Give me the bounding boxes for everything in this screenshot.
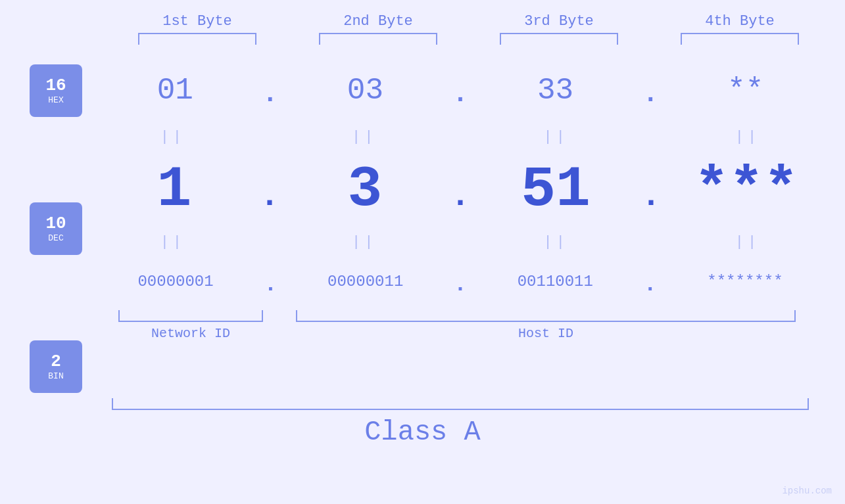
dec-badge-label: DEC: [48, 233, 63, 243]
bin-b3: 00110011: [489, 273, 621, 290]
dec-b3: 51: [490, 157, 621, 222]
eq2-b4: ||: [682, 234, 813, 250]
bin-b2: 00000011: [300, 273, 431, 290]
eq1-b2: ||: [299, 129, 430, 145]
watermark: ipshu.com: [782, 486, 832, 496]
eq2-b3: ||: [491, 234, 622, 250]
bin-badge-num: 2: [51, 352, 61, 371]
dec-dot3: .: [641, 177, 661, 215]
byte3-header: 3rd Byte: [487, 13, 631, 30]
hex-dot1: .: [262, 80, 278, 109]
eq1-b1: ||: [107, 129, 239, 145]
bracket-host-id: [296, 310, 796, 322]
main-container: 1st Byte 2nd Byte 3rd Byte 4th Byte 16 H…: [0, 0, 845, 504]
host-id-label: Host ID: [296, 326, 796, 341]
eq1-b4: ||: [682, 129, 813, 145]
byte-headers: 1st Byte 2nd Byte 3rd Byte 4th Byte: [107, 13, 831, 30]
hex-dot2: .: [452, 80, 468, 109]
hex-b1: 01: [109, 74, 241, 108]
bin-dot3: .: [643, 272, 656, 297]
eq2-b2: ||: [299, 234, 430, 250]
bracket-byte2: [319, 33, 437, 45]
dec-b1: 1: [109, 157, 240, 222]
id-labels: Network ID Host ID: [99, 326, 822, 341]
dec-b2: 3: [299, 157, 431, 222]
hex-b3: 33: [490, 74, 621, 108]
dec-dot1: .: [260, 177, 279, 215]
content-body: 16 HEX 10 DEC 2 BIN 01 . 03: [0, 58, 845, 393]
network-id-label: Network ID: [118, 326, 263, 341]
hex-badge-label: HEX: [48, 95, 63, 105]
bin-b1: 00000001: [110, 273, 241, 290]
badges-column: 16 HEX 10 DEC 2 BIN: [0, 64, 99, 393]
dec-b4: ***: [681, 157, 812, 222]
bin-badge-label: BIN: [48, 371, 63, 381]
hex-b2: 03: [299, 74, 431, 108]
bracket-byte1: [138, 33, 256, 45]
dec-badge-num: 10: [45, 214, 66, 233]
hex-dot3: .: [642, 80, 658, 109]
eq2-b1: ||: [107, 234, 239, 250]
dec-dot2: .: [450, 177, 470, 215]
hex-row: 01 . 03 . 33 . **: [99, 58, 822, 124]
equals-row2: || || || ||: [99, 229, 822, 255]
dec-row: 1 . 3 . 51 . ***: [99, 150, 822, 229]
top-brackets: [107, 33, 831, 45]
bin-dot2: .: [454, 272, 467, 297]
bottom-brackets: [99, 310, 822, 322]
bracket-network-id: [118, 310, 263, 322]
dec-badge: 10 DEC: [30, 202, 82, 255]
bin-row: 00000001 . 00000011 . 00110011 . *******…: [99, 255, 822, 308]
byte1-header: 1st Byte: [125, 13, 270, 30]
hex-b4: **: [680, 74, 811, 108]
data-rows: 01 . 03 . 33 . ** || || || || 1 .: [99, 58, 845, 341]
eq1-b3: ||: [491, 129, 622, 145]
bracket-byte4: [681, 33, 799, 45]
bin-b4: ********: [679, 273, 811, 290]
bin-dot1: .: [264, 272, 277, 297]
class-label: Class A: [0, 417, 845, 448]
big-bracket: [112, 398, 809, 410]
bracket-byte3: [500, 33, 618, 45]
bin-badge: 2 BIN: [30, 340, 82, 393]
hex-badge-num: 16: [45, 76, 66, 95]
byte4-header: 4th Byte: [667, 13, 812, 30]
equals-row1: || || || ||: [99, 124, 822, 150]
hex-badge: 16 HEX: [30, 64, 82, 117]
byte2-header: 2nd Byte: [306, 13, 450, 30]
